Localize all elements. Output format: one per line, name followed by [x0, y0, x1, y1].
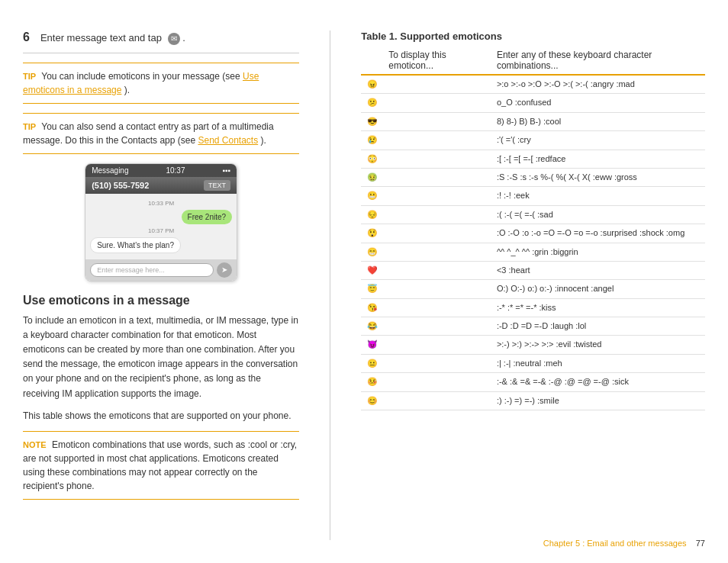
- signal-icon: ▪▪▪: [222, 166, 230, 175]
- emoji-cell: 😁: [361, 243, 384, 261]
- msg-time-1: 10:33 PM: [90, 200, 232, 207]
- footer: Chapter 5 : Email and other messages 77: [543, 539, 705, 548]
- emoji-cell: 😂: [361, 317, 384, 336]
- table-row: 😂:-D :D =D =-D :laugh :lol: [361, 317, 705, 336]
- emoticon-display: [384, 94, 492, 112]
- note-box: NOTE Emoticon combinations that use word…: [23, 431, 299, 500]
- emoticon-display: [384, 205, 492, 224]
- table-row: 🤒:-& :& =& =-& :-@ :@ =@ =-@ :sick: [361, 373, 705, 391]
- emoticon-codes: o_O :confused: [492, 94, 705, 112]
- col-header-emoji: [361, 47, 384, 75]
- emoji-cell: 😳: [361, 150, 384, 168]
- emoji-cell: ❤️: [361, 261, 384, 279]
- table-row: 😐:| :-| :neutral :meh: [361, 354, 705, 372]
- emoticon-display: [384, 150, 492, 168]
- emoticon-display: [384, 261, 492, 279]
- emoticon-codes: :) :-) =) =-) :smile: [492, 391, 705, 410]
- emoticon-codes: :( :-( =( =-( :sad: [492, 205, 705, 224]
- phone-number: (510) 555-7592: [92, 181, 149, 190]
- emoji-cell: 😎: [361, 112, 384, 130]
- table-row: 🤢:S :-S :s :-s %-( %( X-( X( :eww :gross: [361, 168, 705, 186]
- emoticon-display: [384, 243, 492, 261]
- emoji-cell: 😈: [361, 336, 384, 354]
- emoji-cell: 😕: [361, 94, 384, 112]
- table-row: ❤️<3 :heart: [361, 261, 705, 279]
- emoticon-display: [384, 224, 492, 243]
- emoticon-codes: O:) O:-) o:) o:-) :innocent :angel: [492, 280, 705, 298]
- right-column: Table 1. Supported emoticons To display …: [330, 31, 705, 540]
- phone-header: (510) 555-7592 TEXT: [85, 177, 237, 194]
- tip-box-1: TIP You can include emoticons in your me…: [23, 63, 299, 104]
- step-text: Enter message text and tap ✉ .: [40, 32, 185, 45]
- emoticon-codes: :'( ='( :cry: [492, 131, 705, 150]
- table-row: 😕o_O :confused: [361, 94, 705, 112]
- emoticons-table: To display this emoticon... Enter any of…: [361, 47, 705, 410]
- msg-row-incoming: Sure. What's the plan?: [90, 236, 232, 255]
- emoticon-codes: :-D :D =D =-D :laugh :lol: [492, 317, 705, 336]
- page: 6 Enter message text and tap ✉ . TIP You…: [0, 0, 728, 563]
- table-row: 😬:! :-! :eek: [361, 187, 705, 205]
- emoticon-codes: 8) 8-) B) B-) :cool: [492, 112, 705, 130]
- table-header-row: To display this emoticon... Enter any of…: [361, 47, 705, 75]
- emoticon-codes: :! :-! :eek: [492, 187, 705, 205]
- tip-text-after-1: ).: [124, 85, 130, 95]
- msg-time-2: 10:37 PM: [90, 227, 232, 234]
- emoticon-display: [384, 391, 492, 410]
- emoji-cell: 😐: [361, 354, 384, 372]
- phone-time: 10:37: [166, 166, 185, 175]
- phone-input-field[interactable]: Enter message here...: [90, 263, 214, 277]
- emoticon-codes: :-* :* =* =-* :kiss: [492, 298, 705, 317]
- emoticon-display: [384, 131, 492, 150]
- emoji-cell: 🤢: [361, 168, 384, 186]
- table-row: 😎8) 8-) B) B-) :cool: [361, 112, 705, 130]
- tip-label-1: TIP: [23, 72, 36, 81]
- phone-status-bar: Messaging 10:37 ▪▪▪: [85, 164, 237, 177]
- tip-text-1: You can include emoticons in your messag…: [41, 71, 243, 82]
- text-button: TEXT: [204, 180, 230, 191]
- footer-chapter: Chapter 5 : Email and other messages: [543, 539, 687, 548]
- emoticon-display: [384, 280, 492, 298]
- emoji-cell: 😠: [361, 75, 384, 94]
- table-row: 😲:O :-O :o :-o =O =-O =o =-o :surprised …: [361, 224, 705, 243]
- emoticon-codes: <3 :heart: [492, 261, 705, 279]
- emoticon-display: [384, 373, 492, 391]
- section-title: Use emoticons in a message: [23, 294, 299, 307]
- emoticon-display: [384, 75, 492, 94]
- emoji-cell: 😇: [361, 280, 384, 298]
- emoticon-codes: :O :-O :o :-o =O =-O =o =-o :surprised :…: [492, 224, 705, 243]
- phone-messages: 10:33 PM Free 2nite? 10:37 PM Sure. What…: [85, 194, 237, 259]
- phone-input-bar: Enter message here... ➤: [85, 259, 237, 281]
- table-row: 😠>:o >:-o >:O >:-O >:( >:-( :angry :mad: [361, 75, 705, 94]
- app-name: Messaging: [92, 166, 128, 175]
- table-row: 😁^^ ^_^ ^^ :grin :biggrin: [361, 243, 705, 261]
- emoticon-codes: :| :-| :neutral :meh: [492, 354, 705, 372]
- emoji-cell: 😘: [361, 298, 384, 317]
- emoticon-display: [384, 168, 492, 186]
- section-body-2: This table shows the emoticons that are …: [23, 409, 299, 423]
- phone-send-button[interactable]: ➤: [217, 262, 232, 278]
- emoji-cell: 😬: [361, 187, 384, 205]
- table-title: Table 1. Supported emoticons: [361, 31, 705, 42]
- footer-page: 77: [696, 539, 705, 548]
- table-row: 😊:) :-) =) =-) :smile: [361, 391, 705, 410]
- table-row: 😢:'( ='( :cry: [361, 131, 705, 150]
- table-row: 😘:-* :* =* =-* :kiss: [361, 298, 705, 317]
- emoticon-codes: ^^ ^_^ ^^ :grin :biggrin: [492, 243, 705, 261]
- emoticon-display: [384, 298, 492, 317]
- emoticon-display: [384, 354, 492, 372]
- send-icon: ✉: [168, 33, 180, 45]
- tip-box-2: TIP You can also send a contact entry as…: [23, 113, 299, 154]
- emoji-cell: 😊: [361, 391, 384, 410]
- table-row: 😈>:-) >:) >:-> >:> :evil :twisted: [361, 336, 705, 354]
- emoticon-codes: :-& :& =& =-& :-@ :@ =@ =-@ :sick: [492, 373, 705, 391]
- emoticon-codes: :S :-S :s :-s %-( %( X-( X( :eww :gross: [492, 168, 705, 186]
- col-header-display: To display this emoticon...: [384, 47, 492, 75]
- emoticon-codes: >:o >:-o >:O >:-O >:( >:-( :angry :mad: [492, 75, 705, 94]
- emoticon-codes: >:-) >:) >:-> >:> :evil :twisted: [492, 336, 705, 354]
- col-header-codes: Enter any of these keyboard character co…: [492, 47, 705, 75]
- note-label: NOTE: [23, 440, 47, 449]
- emoji-cell: 🤒: [361, 373, 384, 391]
- table-row: 😇O:) O:-) o:) o:-) :innocent :angel: [361, 280, 705, 298]
- table-row: 😳:[ :-[ =[ =-[ :redface: [361, 150, 705, 168]
- tip-link-2[interactable]: Send Contacts: [198, 135, 258, 146]
